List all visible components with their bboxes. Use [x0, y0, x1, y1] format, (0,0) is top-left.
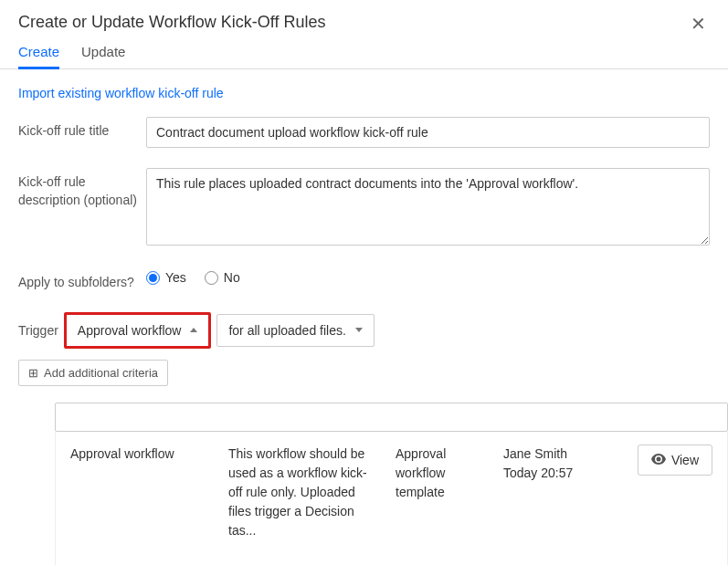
description-label: Kick-off rule description (optional) — [18, 168, 146, 209]
subfolders-label: Apply to subfolders? — [18, 268, 146, 292]
scope-dropdown-value: for all uploaded files. — [228, 323, 345, 338]
workflow-date: Today 20:57 — [503, 464, 621, 483]
radio-yes[interactable]: Yes — [146, 270, 186, 285]
radio-no-label: No — [224, 270, 240, 285]
modal-title: Create or Update Workflow Kick-Off Rules — [18, 13, 325, 32]
workflow-template: Approval workflow template — [396, 445, 487, 502]
tab-create[interactable]: Create — [18, 44, 59, 69]
plus-icon: ⊞ — [28, 367, 38, 379]
workflow-option[interactable]: Approval workflow This workflow should b… — [56, 432, 727, 553]
tabs: Create Update — [0, 35, 728, 69]
workflow-search-input[interactable] — [65, 410, 718, 424]
scope-dropdown[interactable]: for all uploaded files. — [216, 314, 374, 347]
radio-yes-label: Yes — [165, 270, 186, 285]
close-icon[interactable]: ✕ — [687, 13, 710, 35]
workflow-dropdown-panel: Approval workflow This workflow should b… — [55, 432, 728, 565]
view-button[interactable]: View — [638, 445, 712, 476]
chevron-up-icon — [190, 328, 197, 332]
workflow-dropdown-value: Approval workflow — [78, 323, 182, 338]
workflow-dropdown[interactable]: Approval workflow — [64, 312, 212, 349]
description-input[interactable]: This rule places uploaded contract docum… — [146, 168, 710, 246]
title-label: Kick-off rule title — [18, 117, 146, 141]
radio-icon — [146, 271, 160, 285]
workflow-name: Approval workflow — [70, 445, 212, 464]
view-label: View — [671, 453, 699, 467]
chevron-down-icon — [355, 328, 363, 332]
add-criteria-label: Add additional criteria — [44, 366, 158, 380]
workflow-author: Jane Smith — [503, 445, 621, 464]
workflow-option[interactable]: Contract documents request This workflow… — [56, 553, 727, 565]
eye-icon — [651, 453, 666, 467]
import-link[interactable]: Import existing workflow kick-off rule — [18, 86, 224, 100]
radio-icon — [205, 271, 218, 285]
title-input[interactable] — [146, 117, 710, 148]
tab-update[interactable]: Update — [81, 44, 125, 68]
radio-no[interactable]: No — [205, 270, 240, 285]
trigger-label: Trigger — [18, 323, 58, 338]
add-criteria-button[interactable]: ⊞ Add additional criteria — [18, 360, 168, 386]
workflow-search[interactable] — [55, 403, 728, 432]
workflow-description: This workflow should be used as a workfl… — [228, 445, 379, 540]
